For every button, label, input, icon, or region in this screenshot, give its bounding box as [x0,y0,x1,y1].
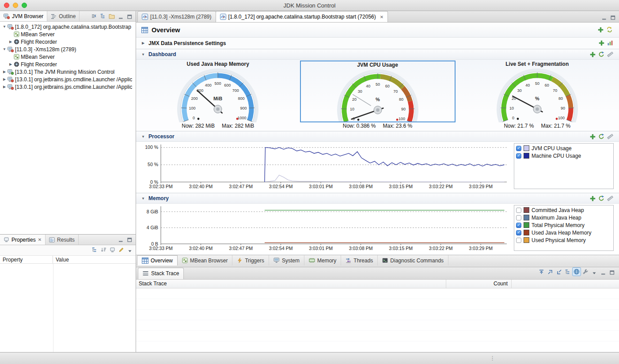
gauge-used-java-heap-memory[interactable]: Used Java Heap Memory0100200300400500600… [140,61,296,131]
editor-tab-11-0-3-xms128m-2789[interactable]: [11.0.3] -Xms128m (2789) [137,11,216,22]
tree-expander-icon[interactable]: ▶ [8,40,13,44]
dashboard-add-button[interactable] [588,50,597,59]
legend-item-used-java-heap-memory[interactable]: ✓Used Java Heap Memory [516,229,611,236]
console-tab-mbean-browser[interactable]: MBean Browser [178,255,232,265]
tab-jvm-browser[interactable]: JVM Browser [0,11,47,21]
legend-item-committed-java-heap[interactable]: Committed Java Heap [516,206,611,214]
tree-expander-icon[interactable]: ▼ [2,25,7,29]
maximize-view-button[interactable] [125,12,134,21]
tree-item-13-0-1-org-jetbrains-jps-cmdline-launcher-applic[interactable]: ▶[13.0.1] org.jetbrains.jps.cmdline.Laun… [0,83,136,91]
open-folder-button[interactable] [107,12,116,21]
minimize-view-button[interactable] [116,235,125,244]
legend-item-maximum-java-heap[interactable]: Maximum Java Heap [516,214,611,221]
show-as-tree-button[interactable] [572,267,581,276]
processor-expander-icon[interactable]: ▼ [141,135,146,139]
tree-item-flight-recorder[interactable]: ▶Flight Recorder [0,61,136,68]
view-menu-button[interactable] [125,246,134,255]
tree-layout-button[interactable] [563,268,572,277]
column-stack-trace[interactable]: Stack Trace [136,280,446,288]
processor-chart[interactable]: 0 %50 %100 %3:02:33 PM3:02:40 PM3:02:47 … [138,143,509,191]
legend-item-machine-cpu-usage[interactable]: ✓Machine CPU Usage [516,152,611,159]
add-chart-button[interactable] [596,26,605,34]
tab-results[interactable]: Results [46,235,79,245]
column-property[interactable]: Property [0,256,53,263]
pin-button[interactable] [108,245,117,254]
gauge-jvm-cpu-usage[interactable]: JVM CPU Usage0102030405060708090100%Now:… [300,61,456,131]
dashboard-measure-button[interactable] [606,50,615,59]
sash-grip-icon[interactable]: ⋮ [490,355,495,361]
processor-measure-button[interactable] [606,132,615,141]
edit-button[interactable] [117,245,125,254]
memory-expander-icon[interactable]: ▼ [141,197,146,201]
legend-item-jvm-cpu-usage[interactable]: ✓JVM CPU Usage [516,144,611,152]
console-tab-system[interactable]: System [269,255,304,265]
dashboard-refresh-button[interactable] [597,50,606,59]
tab-properties[interactable]: Properties ✕ [0,235,46,245]
settings-button[interactable] [581,267,590,276]
legend-item-total-physical-memory[interactable]: ✓Total Physical Memory [516,221,611,229]
jmx-persistence-button[interactable] [606,38,615,47]
console-tab-memory[interactable]: Memory [304,255,341,265]
tab-outline[interactable]: Outline [47,11,80,21]
legend-checkbox[interactable] [516,238,521,243]
legend-checkbox[interactable]: ✓ [516,146,521,151]
column-value[interactable]: Value [53,256,136,263]
tree-item-13-0-1-the-jvm-running-mission-control[interactable]: ▶[13.0.1] The JVM Running Mission Contro… [0,68,136,76]
legend-checkbox[interactable]: ✓ [516,153,521,159]
open-method-button[interactable] [546,268,554,277]
console-tab-overview[interactable]: Overview [137,255,178,265]
console-tab-triggers[interactable]: Triggers [232,255,269,265]
close-window-button[interactable] [4,3,9,8]
maximize-view-button[interactable] [125,235,134,244]
tree-expander-icon[interactable]: ▶ [2,77,7,81]
maximize-editor-button[interactable] [608,13,617,22]
legend-checkbox[interactable] [516,215,521,220]
minimize-editor-button[interactable] [600,13,608,22]
tree-item-flight-recorder[interactable]: ▶Flight Recorder [0,38,136,46]
memory-section-header[interactable]: ▼ Memory [136,193,619,204]
memory-add-button[interactable] [588,194,597,203]
jmx-add-button[interactable] [597,39,606,48]
processor-add-button[interactable] [588,132,597,141]
memory-refresh-button[interactable] [597,194,606,203]
dashboard-section-header[interactable]: ▼ Dashboard [136,49,619,60]
minimize-view-button[interactable] [599,268,608,277]
tree-expander-icon[interactable]: ▶ [8,62,13,66]
stack-trace-table-body[interactable] [136,288,619,353]
gauge-live-set-fragmentation[interactable]: Live Set + Fragmentation0102030405060708… [460,61,615,131]
legend-checkbox[interactable]: ✓ [516,223,521,228]
jmx-expander-icon[interactable]: ▶ [141,41,146,45]
view-menu-button[interactable] [590,269,599,278]
tree-item-13-0-1-org-jetbrains-jps-cmdline-launcher-applic[interactable]: ▶[13.0.1] org.jetbrains.jps.cmdline.Laun… [0,76,136,83]
properties-table-body[interactable] [0,264,136,352]
processor-refresh-button[interactable] [597,132,606,141]
tree-item-1-8-0-172-org-apache-catalina-startup-bootstrap[interactable]: ▼[1.8.0_172] org.apache.catalina.startup… [0,23,136,30]
dashboard-expander-icon[interactable]: ▼ [141,53,146,57]
console-tab-threads[interactable]: Threads [341,255,378,265]
tree-expander-icon[interactable]: ▶ [2,85,7,89]
tree-item-mbean-server[interactable]: MBean Server [0,30,136,38]
tab-close-icon[interactable]: ✕ [380,15,384,19]
processor-section-header[interactable]: ▼ Processor [136,131,619,142]
tree-item-mbean-server[interactable]: MBean Server [0,53,136,61]
new-connection-button[interactable] [99,11,107,20]
tab-stack-trace[interactable]: Stack Trace [138,268,184,279]
collapse-all-button[interactable] [90,11,99,20]
maximize-view-button[interactable] [608,268,616,277]
first-frame-button[interactable] [537,268,546,277]
tree-mode-button[interactable] [90,245,99,254]
editor-tab-1-8-0-172-org-apache-catalina-startup-bootstrap-start-72056[interactable]: [1.8.0_172] org.apache.catalina.startup.… [216,11,388,22]
legend-item-used-physical-memory[interactable]: Used Physical Memory [516,236,611,244]
minimize-view-button[interactable] [116,12,125,21]
memory-measure-button[interactable] [606,194,615,203]
reset-layout-button[interactable] [605,25,614,34]
legend-checkbox[interactable]: ✓ [516,230,521,235]
jmx-persistence-section[interactable]: ▶ JMX Data Persistence Settings [136,38,619,49]
legend-checkbox[interactable] [516,208,521,213]
tree-expander-icon[interactable]: ▼ [2,47,7,51]
sort-button[interactable] [99,245,108,254]
zoom-window-button[interactable] [22,3,27,8]
memory-chart[interactable]: 0 B4 GiB8 GiB3:02:33 PM3:02:40 PM3:02:47… [138,205,509,253]
back-trace-button[interactable] [554,268,563,277]
minimize-window-button[interactable] [13,3,18,8]
